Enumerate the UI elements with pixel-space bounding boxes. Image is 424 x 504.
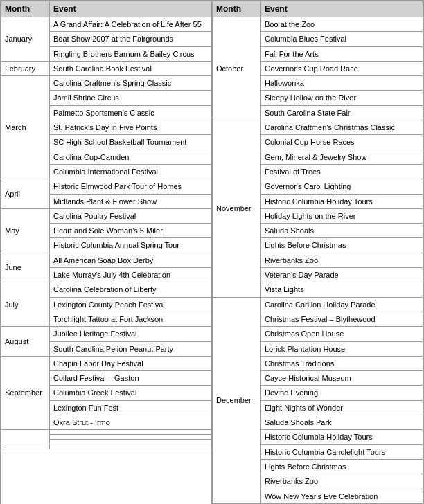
- event-cell: Governor's Carol Lighting: [261, 179, 423, 194]
- event-cell: Saluda Shoals: [261, 224, 423, 238]
- event-cell: Eight Nights of Wonder: [261, 400, 423, 415]
- event-cell: Riverbanks Zoo: [261, 474, 423, 489]
- table-row: JuneAll American Soap Box Derby: [1, 253, 211, 267]
- event-cell: Hallowonka: [261, 76, 423, 91]
- month-cell: May: [1, 208, 50, 253]
- month-cell: October: [213, 17, 261, 120]
- right-event-header: Event: [261, 1, 423, 17]
- event-cell: Christmas Traditions: [261, 356, 423, 370]
- table-row: NovemberCarolina Craftmen's Christmas Cl…: [213, 120, 423, 135]
- month-cell: December: [213, 297, 261, 503]
- event-cell: Carolina Craftmen's Spring Classic: [50, 76, 211, 91]
- event-cell: Historic Columbia Holiday Tours: [261, 194, 423, 208]
- event-cell: Cayce Historical Museum: [261, 371, 423, 386]
- month-cell: June: [1, 253, 50, 282]
- month-cell: September: [1, 356, 50, 429]
- event-cell: Jubilee Heritage Festival: [50, 327, 211, 341]
- month-cell: January: [1, 17, 50, 62]
- event-cell: Carolina Carillon Holiday Parade: [261, 297, 423, 312]
- event-cell: South Carolina Book Festival: [50, 61, 211, 75]
- event-cell: Wow New Year's Eve Celebration: [261, 489, 423, 503]
- table-row: [1, 444, 211, 449]
- event-cell: Chapin Labor Day Festival: [50, 356, 211, 370]
- event-cell: Carolina Craftmen's Christmas Classic: [261, 120, 423, 135]
- event-cell: Colonial Cup Horse Races: [261, 135, 423, 150]
- event-cell: [50, 440, 211, 444]
- event-cell: Boo at the Zoo: [261, 17, 423, 32]
- event-cell: Lake Murray's July 4th Celebration: [50, 268, 211, 282]
- event-cell: Midlands Plant & Flower Show: [50, 194, 211, 208]
- event-cell: South Carolina Pelion Peanut Party: [50, 341, 211, 356]
- table-row: [1, 430, 211, 435]
- event-cell: Fall For the Arts: [261, 46, 423, 61]
- event-cell: Palmetto Sportsmen's Classic: [50, 105, 211, 120]
- event-cell: Columbia Greek Festival: [50, 386, 211, 400]
- event-cell: Lights Before Christmas: [261, 238, 423, 253]
- event-cell: SC High School Basketball Tournament: [50, 135, 211, 150]
- event-cell: Boat Show 2007 at the Fairgrounds: [50, 32, 211, 46]
- table-row: MarchCarolina Craftmen's Spring Classic: [1, 76, 211, 91]
- left-month-header: Month: [1, 1, 50, 17]
- event-cell: Christmas Festival – Blythewood: [261, 312, 423, 326]
- right-table: Month Event OctoberBoo at the ZooColumbi…: [212, 1, 423, 504]
- event-cell: St. Patrick's Day in Five Points: [50, 120, 211, 135]
- event-cell: Columbia International Festival: [50, 164, 211, 179]
- event-cell: Carolina Cup-Camden: [50, 150, 211, 164]
- event-cell: Lexington County Peach Festival: [50, 297, 211, 312]
- event-cell: South Carolina State Fair: [261, 105, 423, 120]
- event-cell: Festival of Trees: [261, 164, 423, 179]
- table-row: AprilHistoric Elmwood Park Tour of Homes: [1, 179, 211, 194]
- event-cell: [50, 430, 211, 435]
- event-cell: Gem, Mineral & Jewelry Show: [261, 150, 423, 164]
- event-cell: All American Soap Box Derby: [50, 253, 211, 267]
- right-half: Month Event OctoberBoo at the ZooColumbi…: [212, 1, 423, 504]
- event-cell: Okra Strut - Irmo: [50, 415, 211, 430]
- event-cell: Sleepy Hollow on the River: [261, 91, 423, 105]
- event-cell: Governor's Cup Road Race: [261, 61, 423, 75]
- event-cell: Heart and Sole Woman's 5 Miler: [50, 224, 211, 238]
- event-cell: Carolina Celebration of Liberty: [50, 282, 211, 297]
- month-cell: April: [1, 179, 50, 209]
- left-half: Month Event JanuaryA Grand Affair: A Cel…: [1, 1, 212, 504]
- event-cell: Lorick Plantation House: [261, 341, 423, 356]
- event-cell: Devine Evening: [261, 386, 423, 400]
- month-cell: [1, 430, 50, 444]
- event-cell: Vista Lights: [261, 282, 423, 297]
- event-cell: Historic Columbia Holiday Tours: [261, 430, 423, 444]
- event-cell: Veteran's Day Parade: [261, 268, 423, 282]
- month-cell: February: [1, 61, 50, 75]
- table-row: SeptemberChapin Labor Day Festival: [1, 356, 211, 370]
- event-cell: Christmas Open House: [261, 327, 423, 341]
- event-cell: Ringling Brothers Barnum & Bailey Circus: [50, 46, 211, 61]
- month-cell: August: [1, 327, 50, 357]
- event-cell: Torchlight Tattoo at Fort Jackson: [50, 312, 211, 326]
- month-cell: July: [1, 282, 50, 327]
- event-cell: Historic Columbia Candlelight Tours: [261, 444, 423, 459]
- event-cell: Saluda Shoals Park: [261, 415, 423, 430]
- left-table: Month Event JanuaryA Grand Affair: A Cel…: [1, 1, 211, 449]
- table-row: JulyCarolina Celebration of Liberty: [1, 282, 211, 297]
- event-cell: Lexington Fun Fest: [50, 400, 211, 415]
- event-cell: Historic Elmwood Park Tour of Homes: [50, 179, 211, 194]
- event-cell: Historic Columbia Annual Spring Tour: [50, 238, 211, 253]
- table-row: MayCarolina Poultry Festival: [1, 208, 211, 223]
- table-row: OctoberBoo at the Zoo: [213, 17, 423, 32]
- event-cell: Carolina Poultry Festival: [50, 208, 211, 223]
- main-container: Month Event JanuaryA Grand Affair: A Cel…: [0, 0, 424, 504]
- event-cell: Holiday Lights on the River: [261, 208, 423, 223]
- month-cell: March: [1, 76, 50, 179]
- event-cell: Jamil Shrine Circus: [50, 91, 211, 105]
- right-month-header: Month: [213, 1, 261, 17]
- table-row: FebruarySouth Carolina Book Festival: [1, 61, 211, 75]
- event-cell: [50, 444, 211, 449]
- event-cell: Columbia Blues Festival: [261, 32, 423, 46]
- month-cell: November: [213, 120, 261, 298]
- event-cell: A Grand Affair: A Celebration of Life Af…: [50, 17, 211, 32]
- event-cell: [50, 435, 211, 440]
- event-cell: Lights Before Christmas: [261, 459, 423, 474]
- table-row: JanuaryA Grand Affair: A Celebration of …: [1, 17, 211, 32]
- month-cell: [1, 444, 50, 449]
- table-row: AugustJubilee Heritage Festival: [1, 327, 211, 341]
- left-event-header: Event: [50, 1, 211, 17]
- event-cell: Riverbanks Zoo: [261, 253, 423, 267]
